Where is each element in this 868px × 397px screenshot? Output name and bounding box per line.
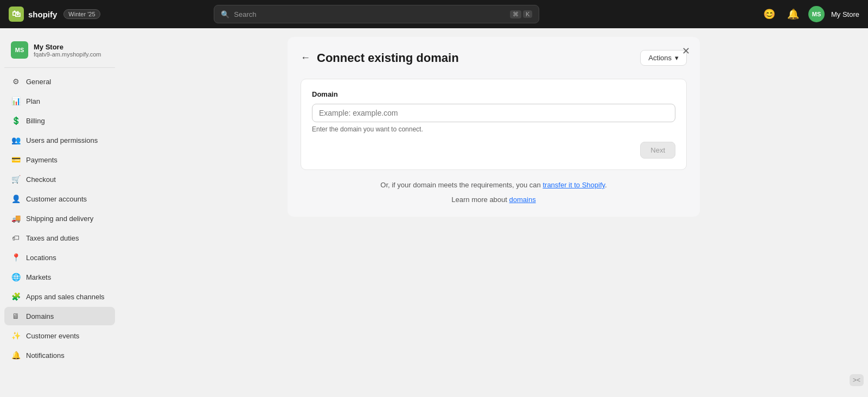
sidebar-item-notifications[interactable]: 🔔 Notifications xyxy=(4,346,115,364)
sidebar-nav: ⚙ General 📊 Plan 💲 Billing 👥 Users and p… xyxy=(4,72,115,364)
learn-domains-link[interactable]: domains xyxy=(509,196,536,204)
locations-nav-icon: 📍 xyxy=(11,253,21,262)
plan-nav-icon: 📊 xyxy=(11,96,21,106)
taxes-nav-icon: 🏷 xyxy=(11,233,21,243)
sidebar-item-label-apps: Apps and sales channels xyxy=(26,293,105,301)
markets-nav-icon: 🌐 xyxy=(11,272,21,282)
store-info: My Store fqatv9-am.myshopify.com xyxy=(34,43,101,58)
sidebar-item-label-locations: Locations xyxy=(26,254,56,262)
sidebar-item-label-general: General xyxy=(26,78,51,86)
domain-hint: Enter the domain you want to connect. xyxy=(312,125,675,133)
store-name-label: My Store xyxy=(831,10,859,18)
apps-nav-icon: 🧩 xyxy=(11,292,21,301)
learn-prefix: Learn more about xyxy=(451,196,507,204)
users-nav-icon: 👥 xyxy=(11,135,21,145)
kbd-k: K xyxy=(523,10,532,18)
kbd-cmd: ⌘ xyxy=(510,10,521,18)
sidebar-item-users[interactable]: 👥 Users and permissions xyxy=(4,131,115,149)
sidebar-item-customer-events[interactable]: ✨ Customer events xyxy=(4,326,115,345)
store-header: MS My Store fqatv9-am.myshopify.com xyxy=(4,37,115,68)
domain-input[interactable] xyxy=(312,104,675,122)
shopify-text: shopify xyxy=(28,10,57,19)
sidebar-item-label-payments: Payments xyxy=(26,156,58,164)
sidebar-item-shipping[interactable]: 🚚 Shipping and delivery xyxy=(4,209,115,228)
domain-card: Domain Enter the domain you want to conn… xyxy=(301,79,687,170)
shopify-logo-icon: 🛍 xyxy=(9,7,24,22)
billing-nav-icon: 💲 xyxy=(11,116,21,125)
customer-accounts-nav-icon: 👤 xyxy=(11,194,21,204)
panel-title-area: ← Connect existing domain xyxy=(301,51,459,65)
main-area: MS My Store fqatv9-am.myshopify.com ⚙ Ge… xyxy=(0,28,868,397)
shopify-logo: 🛍 shopify xyxy=(9,7,57,22)
sidebar-item-payments[interactable]: 💳 Payments xyxy=(4,150,115,169)
store-title: My Store xyxy=(34,43,101,51)
sidebar-item-plan[interactable]: 📊 Plan xyxy=(4,92,115,110)
checkout-nav-icon: 🛒 xyxy=(11,174,21,184)
store-avatar: MS xyxy=(11,41,28,59)
sidebar-item-label-customer-accounts: Customer accounts xyxy=(26,195,87,203)
content-area: ✕ ← Connect existing domain Actions ▾ Do… xyxy=(119,28,868,397)
domain-card-footer: Next xyxy=(312,142,675,159)
sidebar-item-label-markets: Markets xyxy=(26,273,51,281)
sidebar-item-label-shipping: Shipping and delivery xyxy=(26,215,93,223)
sidebar-item-customer-accounts[interactable]: 👤 Customer accounts xyxy=(4,190,115,208)
panel-title: Connect existing domain xyxy=(317,51,459,65)
actions-label: Actions xyxy=(648,54,672,62)
panel-close-button[interactable]: ✕ xyxy=(678,43,693,59)
sidebar-item-general[interactable]: ⚙ General xyxy=(4,72,115,91)
search-keyboard-shortcut: ⌘ K xyxy=(510,10,532,18)
sidebar-item-label-domains: Domains xyxy=(26,312,54,320)
sidebar-item-locations[interactable]: 📍 Locations xyxy=(4,248,115,267)
customer-events-nav-icon: ✨ xyxy=(11,331,21,341)
connect-domain-panel: ✕ ← Connect existing domain Actions ▾ Do… xyxy=(288,37,700,217)
next-button[interactable]: Next xyxy=(640,142,675,159)
sidebar-item-label-billing: Billing xyxy=(26,117,45,125)
domains-nav-icon: 🖥 xyxy=(11,311,21,321)
back-button[interactable]: ← xyxy=(301,52,310,64)
transfer-info-text: Or, if your domain meets the requirement… xyxy=(301,181,687,189)
user-avatar-button[interactable]: MS xyxy=(808,6,825,22)
sidebar-item-label-notifications: Notifications xyxy=(26,351,65,360)
sidebar-item-domains[interactable]: 🖥 Domains xyxy=(4,307,115,325)
sidebar-item-label-plan: Plan xyxy=(26,97,40,105)
payments-nav-icon: 💳 xyxy=(11,155,21,165)
transfer-prefix: Or, if your domain meets the requirement… xyxy=(380,181,541,189)
settings-sidebar: MS My Store fqatv9-am.myshopify.com ⚙ Ge… xyxy=(0,28,119,397)
sidebar-item-markets[interactable]: 🌐 Markets xyxy=(4,268,115,286)
sidebar-item-checkout[interactable]: 🛒 Checkout xyxy=(4,170,115,188)
sidebar-item-label-customer-events: Customer events xyxy=(26,332,79,340)
transfer-suffix: . xyxy=(605,181,607,189)
search-placeholder-text: Search xyxy=(234,10,256,18)
sidebar-item-billing[interactable]: 💲 Billing xyxy=(4,111,115,130)
sidebar-item-label-taxes: Taxes and duties xyxy=(26,234,79,242)
panel-header: ← Connect existing domain Actions ▾ xyxy=(301,50,687,66)
search-bar[interactable]: 🔍 Search ⌘ K xyxy=(214,5,539,23)
sidebar-item-taxes[interactable]: 🏷 Taxes and duties xyxy=(4,229,115,247)
shipping-nav-icon: 🚚 xyxy=(11,213,21,223)
notifications-icon-button[interactable]: 🔔 xyxy=(784,5,802,23)
search-icon: 🔍 xyxy=(221,10,229,18)
domain-section-label: Domain xyxy=(312,90,675,98)
sidebar-item-apps[interactable]: 🧩 Apps and sales channels xyxy=(4,287,115,306)
help-icon-button[interactable]: 😊 xyxy=(761,5,778,23)
top-navigation: 🛍 shopify Winter '25 🔍 Search ⌘ K 😊 🔔 MS… xyxy=(0,0,868,28)
winter-badge: Winter '25 xyxy=(63,9,100,19)
learn-more-text: Learn more about domains xyxy=(301,196,687,204)
nav-actions: 😊 🔔 MS My Store xyxy=(761,5,859,23)
collapse-handle[interactable]: >< xyxy=(850,374,864,386)
sidebar-item-label-users: Users and permissions xyxy=(26,136,98,144)
store-url: fqatv9-am.myshopify.com xyxy=(34,51,101,58)
notifications-nav-icon: 🔔 xyxy=(11,350,21,360)
sidebar-item-label-checkout: Checkout xyxy=(26,175,56,184)
general-nav-icon: ⚙ xyxy=(11,77,21,86)
transfer-link[interactable]: transfer it to Shopify xyxy=(542,181,605,189)
